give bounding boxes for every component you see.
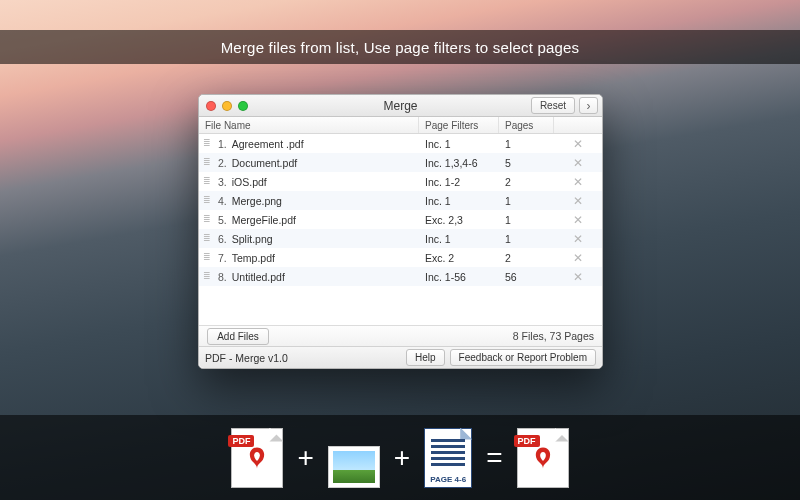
row-index: 5. (218, 214, 227, 226)
hero-caption: Merge files from list, Use page filters … (0, 30, 800, 64)
proceed-button[interactable]: › (579, 97, 598, 114)
file-name: Agreement .pdf (232, 138, 304, 150)
table-row[interactable]: ≣3.iOS.pdfInc. 1-22✕ (199, 172, 602, 191)
help-button[interactable]: Help (406, 349, 445, 366)
app-version: PDF - Merge v1.0 (205, 352, 288, 364)
drag-handle-icon[interactable]: ≣ (203, 272, 213, 281)
file-name: Merge.png (232, 195, 282, 207)
col-pages[interactable]: Pages (499, 117, 554, 133)
drag-handle-icon[interactable]: ≣ (203, 139, 213, 148)
zoom-icon[interactable] (238, 101, 248, 111)
file-name: Temp.pdf (232, 252, 275, 264)
table-row[interactable]: ≣4.Merge.pngInc. 11✕ (199, 191, 602, 210)
drag-handle-icon[interactable]: ≣ (203, 215, 213, 224)
titlebar: Merge Reset › (199, 95, 602, 117)
table-row[interactable]: ≣5.MergeFile.pdfExc. 2,31✕ (199, 210, 602, 229)
table-row[interactable]: ≣7.Temp.pdfExc. 22✕ (199, 248, 602, 267)
page-range-label: PAGE 4-6 (425, 475, 471, 484)
page-filter-value[interactable]: Inc. 1-56 (419, 271, 499, 283)
remove-row-icon[interactable]: ✕ (573, 213, 583, 227)
page-filter-value[interactable]: Exc. 2,3 (419, 214, 499, 226)
page-filter-value[interactable]: Inc. 1 (419, 233, 499, 245)
file-name: MergeFile.pdf (232, 214, 296, 226)
page-filter-value[interactable]: Inc. 1 (419, 138, 499, 150)
pages-value: 56 (499, 271, 554, 283)
pages-value: 1 (499, 214, 554, 226)
remove-row-icon[interactable]: ✕ (573, 175, 583, 189)
col-page-filters[interactable]: Page Filters (419, 117, 499, 133)
pages-value: 2 (499, 176, 554, 188)
table-row[interactable]: ≣2.Document.pdfInc. 1,3,4-65✕ (199, 153, 602, 172)
merge-window: Merge Reset › File Name Page Filters Pag… (198, 94, 603, 369)
drag-handle-icon[interactable]: ≣ (203, 158, 213, 167)
table-row[interactable]: ≣1.Agreement .pdfInc. 11✕ (199, 134, 602, 153)
table-row[interactable]: ≣6.Split.pngInc. 11✕ (199, 229, 602, 248)
close-icon[interactable] (206, 101, 216, 111)
row-index: 4. (218, 195, 227, 207)
remove-row-icon[interactable]: ✕ (573, 137, 583, 151)
row-index: 7. (218, 252, 227, 264)
pages-value: 2 (499, 252, 554, 264)
formula-banner: PDF + + PAGE 4-6 = PDF (0, 415, 800, 500)
page-filter-value[interactable]: Inc. 1,3,4-6 (419, 157, 499, 169)
col-file-name[interactable]: File Name (199, 117, 419, 133)
page-filter-value[interactable]: Inc. 1-2 (419, 176, 499, 188)
minimize-icon[interactable] (222, 101, 232, 111)
row-index: 1. (218, 138, 227, 150)
remove-row-icon[interactable]: ✕ (573, 194, 583, 208)
chevron-right-icon: › (587, 99, 591, 113)
footer-app: PDF - Merge v1.0 Help Feedback or Report… (199, 346, 602, 368)
row-index: 6. (218, 233, 227, 245)
plus-icon: + (394, 442, 410, 474)
table-row[interactable]: ≣8.Untitled.pdfInc. 1-5656✕ (199, 267, 602, 286)
file-name: Split.png (232, 233, 273, 245)
pdf-file-icon: PDF (517, 428, 569, 488)
row-index: 3. (218, 176, 227, 188)
remove-row-icon[interactable]: ✕ (573, 270, 583, 284)
drag-handle-icon[interactable]: ≣ (203, 234, 213, 243)
row-index: 2. (218, 157, 227, 169)
plus-icon: + (297, 442, 313, 474)
file-name: Document.pdf (232, 157, 297, 169)
pdf-file-icon: PDF (231, 428, 283, 488)
image-file-icon (328, 446, 380, 488)
add-files-button[interactable]: Add Files (207, 328, 269, 345)
column-header: File Name Page Filters Pages (199, 117, 602, 134)
pages-value: 1 (499, 195, 554, 207)
page-range-icon: PAGE 4-6 (424, 428, 472, 488)
col-remove (554, 117, 602, 133)
remove-row-icon[interactable]: ✕ (573, 251, 583, 265)
remove-row-icon[interactable]: ✕ (573, 156, 583, 170)
page-filter-value[interactable]: Exc. 2 (419, 252, 499, 264)
hero-caption-text: Merge files from list, Use page filters … (221, 39, 580, 56)
drag-handle-icon[interactable]: ≣ (203, 196, 213, 205)
file-name: iOS.pdf (232, 176, 267, 188)
file-count-summary: 8 Files, 73 Pages (513, 330, 594, 342)
file-name: Untitled.pdf (232, 271, 285, 283)
traffic-lights (206, 101, 248, 111)
pages-value: 5 (499, 157, 554, 169)
feedback-button[interactable]: Feedback or Report Problem (450, 349, 596, 366)
remove-row-icon[interactable]: ✕ (573, 232, 583, 246)
row-index: 8. (218, 271, 227, 283)
equals-icon: = (486, 442, 502, 474)
page-filter-value[interactable]: Inc. 1 (419, 195, 499, 207)
drag-handle-icon[interactable]: ≣ (203, 253, 213, 262)
footer-summary: Add Files 8 Files, 73 Pages (199, 325, 602, 346)
pages-value: 1 (499, 138, 554, 150)
drag-handle-icon[interactable]: ≣ (203, 177, 213, 186)
file-list: ≣1.Agreement .pdfInc. 11✕≣2.Document.pdf… (199, 134, 602, 325)
pages-value: 1 (499, 233, 554, 245)
reset-button[interactable]: Reset (531, 97, 575, 114)
